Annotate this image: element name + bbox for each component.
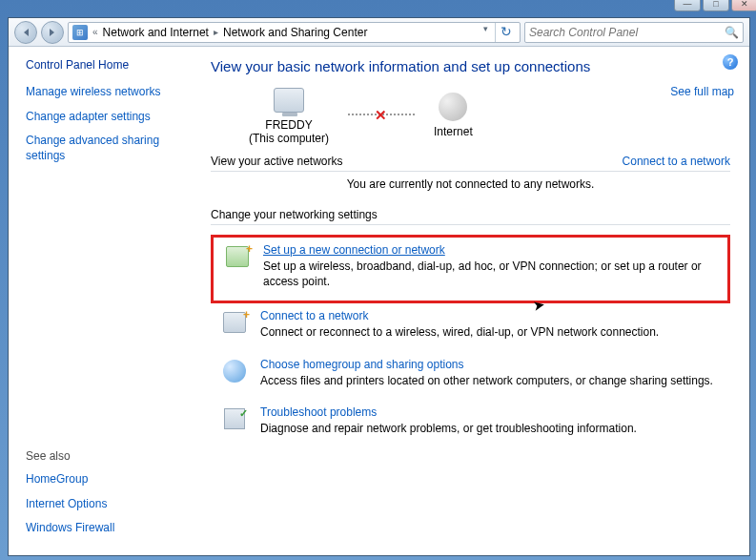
sidebar-link-adapter[interactable]: Change adapter settings xyxy=(26,110,195,125)
minimize-button[interactable]: — xyxy=(674,0,701,11)
breadcrumb-item[interactable]: Network and Internet xyxy=(103,26,209,39)
address-bar: ⊞ « Network and Internet ▸ Network and S… xyxy=(9,18,749,47)
chevron-icon: « xyxy=(91,27,100,37)
node-label: FREDDY xyxy=(249,118,329,132)
section-heading: View your active networks xyxy=(211,155,343,168)
option-description: Set up a wireless, broadband, dial-up, a… xyxy=(263,259,718,289)
change-settings-heading: Change your networking settings xyxy=(211,208,730,225)
node-sublabel: (This computer) xyxy=(249,132,329,145)
sidebar: Control Panel Home Manage wireless netwo… xyxy=(9,47,205,555)
seealso-internet-options[interactable]: Internet Options xyxy=(26,497,195,512)
close-button[interactable]: ✕ xyxy=(731,0,756,11)
connect-network-icon xyxy=(223,312,246,333)
option-link[interactable]: Choose homegroup and sharing options xyxy=(260,358,713,371)
control-panel-window: ⊞ « Network and Internet ▸ Network and S… xyxy=(8,17,750,556)
active-networks-header: View your active networks Connect to a n… xyxy=(211,155,730,172)
computer-icon xyxy=(274,88,304,113)
homegroup-icon xyxy=(223,360,246,383)
breadcrumb-item[interactable]: Network and Sharing Center xyxy=(223,26,367,39)
seealso-homegroup[interactable]: HomeGroup xyxy=(26,472,195,487)
chevron-right-icon: ▸ xyxy=(212,27,220,37)
option-link[interactable]: Connect to a network xyxy=(260,309,659,322)
globe-icon xyxy=(439,93,467,121)
option-description: Access files and printers located on oth… xyxy=(260,373,713,388)
see-full-map-link[interactable]: See full map xyxy=(670,85,734,98)
maximize-button[interactable]: □ xyxy=(703,0,729,11)
node-label: Internet xyxy=(434,125,473,138)
forward-button[interactable] xyxy=(41,21,64,44)
see-also-heading: See also xyxy=(26,449,195,463)
refresh-button[interactable]: ↻ xyxy=(495,23,516,42)
search-input[interactable] xyxy=(529,26,725,39)
connection-line: ✕ xyxy=(348,114,415,115)
option-connect-network[interactable]: Connect to a network Connect or reconnec… xyxy=(211,303,730,351)
option-description: Diagnose and repair network problems, or… xyxy=(260,421,637,436)
option-homegroup[interactable]: Choose homegroup and sharing options Acc… xyxy=(211,352,730,400)
page-title: View your basic network information and … xyxy=(211,58,730,74)
option-link[interactable]: Set up a new connection or network xyxy=(263,243,718,257)
search-icon[interactable]: 🔍 xyxy=(725,26,739,39)
control-panel-icon: ⊞ xyxy=(72,25,88,40)
option-setup-connection[interactable]: Set up a new connection or network Set u… xyxy=(211,235,730,303)
troubleshoot-icon xyxy=(224,408,245,429)
networking-settings-list: Set up a new connection or network Set u… xyxy=(211,235,730,447)
setup-connection-icon xyxy=(226,246,249,267)
sidebar-link-wireless[interactable]: Manage wireless networks xyxy=(26,85,195,100)
network-map: FREDDY (This computer) ✕ Internet xyxy=(249,84,730,145)
seealso-firewall[interactable]: Windows Firewall xyxy=(26,521,195,536)
search-field[interactable]: 🔍 xyxy=(524,22,744,43)
sidebar-link-advanced[interactable]: Change advanced sharing settings xyxy=(26,134,195,163)
active-networks-message: You are currently not connected to any n… xyxy=(211,172,730,200)
window-controls: — □ ✕ xyxy=(674,0,756,11)
breadcrumb-dropdown[interactable]: ▾ xyxy=(479,24,492,41)
help-icon[interactable]: ? xyxy=(723,54,738,70)
control-panel-home-link[interactable]: Control Panel Home xyxy=(26,58,195,72)
node-internet[interactable]: Internet xyxy=(434,91,473,138)
node-this-computer[interactable]: FREDDY (This computer) xyxy=(249,84,329,145)
option-description: Connect or reconnect to a wireless, wire… xyxy=(260,324,659,340)
main-content: ? View your basic network information an… xyxy=(205,47,749,555)
option-link[interactable]: Troubleshoot problems xyxy=(260,405,637,419)
option-troubleshoot[interactable]: Troubleshoot problems Diagnose and repai… xyxy=(211,400,730,447)
back-button[interactable] xyxy=(14,21,37,44)
connect-network-link[interactable]: Connect to a network xyxy=(623,155,730,168)
disconnected-icon: ✕ xyxy=(375,107,387,124)
breadcrumb[interactable]: ⊞ « Network and Internet ▸ Network and S… xyxy=(68,22,521,43)
